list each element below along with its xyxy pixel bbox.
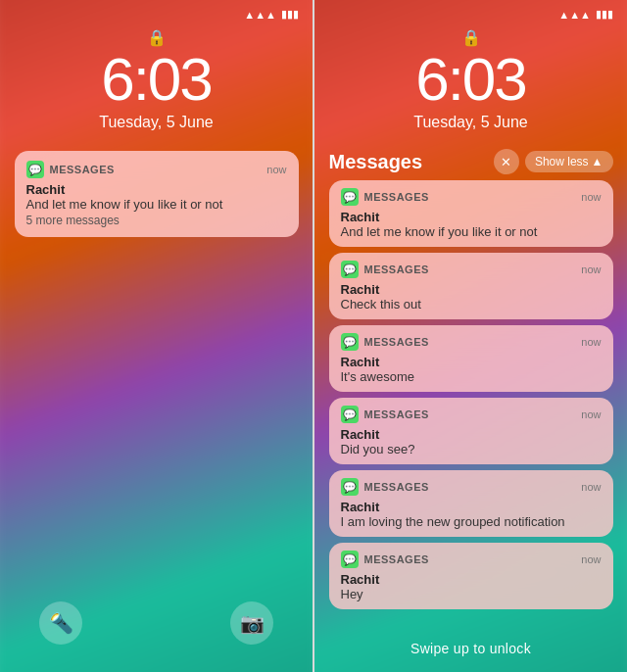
right-date: Tuesday, 5 June (413, 114, 528, 131)
message-1: And let me know if you like it or not (341, 224, 602, 239)
app-info-2: MESSAGES (341, 261, 429, 278)
notif-header-2: MESSAGES now (341, 261, 602, 278)
notification-more: 5 more messages (26, 214, 287, 227)
app-name-5: MESSAGES (364, 481, 429, 493)
messages-icon-3 (341, 333, 359, 351)
time-3: now (581, 336, 601, 348)
app-info-1: MESSAGES (341, 188, 429, 206)
messages-app-icon (26, 161, 44, 178)
message-2: Check this out (341, 297, 602, 312)
left-time: 6:03 (101, 49, 212, 110)
messages-icon-4 (341, 406, 359, 423)
swipe-unlock-label: Swipe up to unlock (314, 641, 627, 656)
right-time: 6:03 (415, 49, 526, 110)
message-3: It's awesome (341, 369, 602, 384)
right-phone-content: ▲▲▲ ▮▮▮ 🔒 6:03 Tuesday, 5 June Messages … (314, 0, 627, 672)
chevron-up-icon: ▲ (592, 155, 603, 168)
app-name-6: MESSAGES (364, 553, 429, 565)
app-name-2: MESSAGES (364, 264, 429, 275)
app-name-label: MESSAGES (50, 164, 115, 175)
messages-icon-5 (341, 478, 359, 496)
app-name-3: MESSAGES (364, 336, 429, 348)
notification-list: MESSAGES now Rachit And let me know if y… (329, 180, 613, 609)
bottom-icons-bar: 🔦 📷 (0, 601, 313, 645)
left-phone-screen: ▲▲▲ ▮▮▮ 🔒 6:03 Tuesday, 5 June MESSAGES … (0, 0, 313, 672)
app-info-6: MESSAGES (341, 551, 429, 568)
notification-item-5[interactable]: MESSAGES now Rachit I am loving the new … (329, 470, 613, 537)
notif-header-6: MESSAGES now (341, 551, 602, 568)
sender-4: Rachit (341, 427, 602, 442)
left-date: Tuesday, 5 June (99, 114, 214, 131)
show-less-button[interactable]: Show less ▲ (525, 151, 613, 172)
sender-2: Rachit (341, 282, 602, 297)
right-status-bar: ▲▲▲ ▮▮▮ (314, 0, 627, 24)
time-1: now (581, 191, 601, 203)
camera-button[interactable]: 📷 (230, 601, 273, 645)
app-info-3: MESSAGES (341, 333, 429, 351)
time-5: now (581, 481, 601, 493)
message-5: I am loving the new grouped notification (341, 514, 602, 529)
messages-icon-2 (341, 261, 359, 278)
left-notification-card[interactable]: MESSAGES now Rachit And let me know if y… (15, 151, 299, 237)
notification-item-4[interactable]: MESSAGES now Rachit Did you see? (329, 398, 613, 464)
notification-sender: Rachit (26, 182, 287, 197)
notification-item-3[interactable]: MESSAGES now Rachit It's awesome (329, 325, 613, 392)
close-group-button[interactable]: ✕ (494, 149, 519, 174)
message-6: Hey (341, 587, 602, 601)
camera-icon: 📷 (240, 611, 265, 635)
flashlight-icon: 🔦 (49, 611, 73, 635)
notification-item-1[interactable]: MESSAGES now Rachit And let me know if y… (329, 180, 613, 247)
right-phone-screen: ▲▲▲ ▮▮▮ 🔒 6:03 Tuesday, 5 June Messages … (314, 0, 627, 672)
show-less-label: Show less (535, 155, 589, 168)
battery-icon: ▮▮▮ (281, 8, 299, 21)
right-wifi-icon: ▲▲▲ (558, 9, 591, 21)
time-2: now (581, 264, 601, 275)
notification-time: now (266, 164, 286, 175)
notification-message: And let me know if you like it or not (26, 197, 287, 212)
message-4: Did you see? (341, 442, 602, 456)
sender-1: Rachit (341, 210, 602, 224)
app-info-4: MESSAGES (341, 406, 429, 423)
notification-group-header: Messages ✕ Show less ▲ (329, 149, 613, 174)
messages-icon-1 (341, 188, 359, 206)
notification-item-6[interactable]: MESSAGES now Rachit Hey (329, 543, 613, 609)
app-name-4: MESSAGES (364, 408, 429, 420)
sender-3: Rachit (341, 355, 602, 369)
notif-header-4: MESSAGES now (341, 406, 602, 423)
group-controls: ✕ Show less ▲ (494, 149, 613, 174)
flashlight-button[interactable]: 🔦 (39, 601, 82, 645)
sender-5: Rachit (341, 500, 602, 514)
left-status-bar: ▲▲▲ ▮▮▮ (0, 0, 313, 24)
app-name-1: MESSAGES (364, 191, 429, 203)
notification-item-2[interactable]: MESSAGES now Rachit Check this out (329, 253, 613, 319)
notif-header-3: MESSAGES now (341, 333, 602, 351)
notif-header-1: MESSAGES now (341, 188, 602, 206)
messages-icon-6 (341, 551, 359, 568)
time-4: now (581, 408, 601, 420)
left-phone-content: ▲▲▲ ▮▮▮ 🔒 6:03 Tuesday, 5 June MESSAGES … (0, 0, 313, 672)
right-battery-icon: ▮▮▮ (596, 8, 613, 21)
sender-6: Rachit (341, 572, 602, 587)
notif-header-5: MESSAGES now (341, 478, 602, 496)
group-title: Messages (329, 151, 423, 173)
notification-header: MESSAGES now (26, 161, 287, 178)
app-info: MESSAGES (26, 161, 115, 178)
wifi-icon: ▲▲▲ (244, 9, 276, 21)
app-info-5: MESSAGES (341, 478, 429, 496)
time-6: now (581, 553, 601, 565)
